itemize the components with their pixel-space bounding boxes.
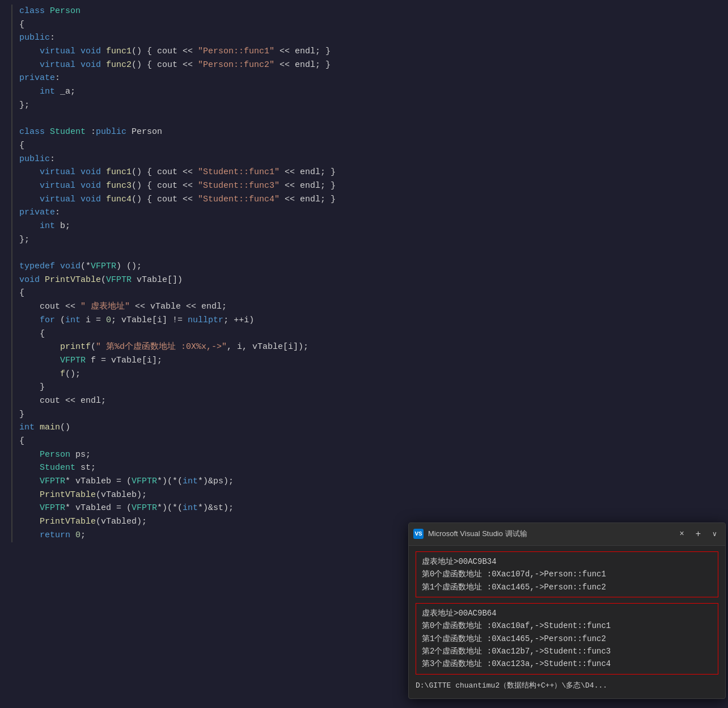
code-line: [7, 112, 728, 126]
gutter-bar: [11, 206, 15, 220]
gutter-bar: [11, 421, 15, 435]
code-token: VFPTR: [60, 354, 86, 368]
code-token: *)(*(: [157, 502, 183, 515]
code-token: ;: [81, 529, 86, 542]
code-token: Student: [50, 125, 86, 139]
gutter-bar: [11, 368, 15, 381]
gutter-bar: [11, 327, 15, 341]
code-token: i =: [81, 314, 106, 327]
code-token: << endl; }: [274, 58, 331, 72]
code-token: func4: [106, 193, 132, 206]
code-line: public:: [7, 153, 728, 166]
code-token: () { cout <<: [132, 193, 198, 206]
code-token: Student: [40, 461, 75, 475]
gutter-bar: [11, 246, 15, 260]
code-token: "Student::func1": [198, 166, 280, 179]
gutter-bar: [11, 273, 15, 287]
gutter-bar: [11, 233, 15, 247]
code-token: main: [40, 421, 60, 435]
debug-window: VS Microsoft Visual Studio 调试输 × + ∨ 虚表地…: [408, 522, 726, 699]
code-token: virtual void: [40, 166, 106, 179]
code-token: func2: [106, 58, 132, 72]
code-token: Person: [126, 125, 162, 139]
code-line: virtual void func2() { cout << "Person::…: [7, 58, 728, 72]
code-token: << endl; }: [274, 45, 331, 58]
gutter-bar: [11, 220, 15, 233]
code-token: {: [40, 327, 45, 341]
code-line: virtual void func3() { cout << "Student:…: [7, 179, 728, 193]
code-line: };: [7, 233, 728, 247]
code-token: (*: [81, 260, 91, 273]
code-token: VFPTR: [132, 475, 157, 488]
code-token: st;: [75, 461, 96, 475]
debug-output-line: 第1个虚函数地址 :0Xac1465,->Person::func2: [422, 633, 712, 645]
debug-chevron-button[interactable]: ∨: [709, 528, 721, 541]
code-line: Student st;: [7, 461, 728, 475]
code-line: virtual void func1() { cout << "Student:…: [7, 166, 728, 179]
code-token: VFPTR: [132, 502, 157, 515]
gutter-bar: [11, 31, 15, 45]
code-token: {: [19, 18, 24, 32]
code-line: f();: [7, 368, 728, 381]
code-token: virtual void: [40, 45, 106, 58]
code-line: virtual void func1() { cout << "Person::…: [7, 45, 728, 58]
code-token: return: [40, 529, 70, 542]
code-token: Person: [50, 5, 81, 18]
code-token: }: [40, 381, 45, 394]
gutter-bar: [11, 435, 15, 448]
code-token: "Person::func2": [198, 58, 274, 72]
debug-close-button[interactable]: ×: [676, 526, 687, 541]
code-container: class Person { public: virtual void func…: [7, 5, 728, 542]
gutter-bar: [11, 300, 15, 314]
gutter-bar: [11, 488, 15, 502]
code-token: int: [65, 314, 81, 327]
gutter-bar: [11, 381, 15, 394]
code-line: typedef void(*VFPTR) ();: [7, 260, 728, 273]
code-token: public: [19, 153, 50, 166]
code-line: {: [7, 286, 728, 300]
code-token: {: [19, 435, 24, 448]
code-token: };: [19, 99, 29, 112]
code-token: func1: [106, 45, 132, 58]
code-token: func3: [106, 179, 132, 193]
code-line: }: [7, 381, 728, 394]
code-token: 0: [75, 529, 81, 542]
code-token: *)&ps);: [198, 475, 234, 488]
debug-plus-button[interactable]: +: [692, 526, 704, 542]
code-line: {: [7, 139, 728, 153]
code-line: class Person: [7, 5, 728, 18]
code-token: << endl; }: [280, 193, 336, 206]
gutter-bar: [11, 461, 15, 475]
gutter-bar: [11, 529, 15, 542]
code-line: cout << " 虚表地址" << vTable << endl;: [7, 300, 728, 314]
code-token: 0: [106, 314, 111, 327]
code-token: _a;: [55, 85, 75, 99]
code-token: void: [19, 273, 45, 287]
debug-output-line: 第3个虚函数地址 :0Xac123a,->Student::func4: [422, 658, 712, 670]
code-token: [35, 421, 40, 435]
code-line: {: [7, 327, 728, 341]
code-token: ) ();: [116, 260, 142, 273]
code-token: public: [19, 31, 50, 45]
gutter-bar: [11, 475, 15, 488]
debug-box-student: 虚表地址>00AC9B64第0个虚函数地址 :0Xac10af,->Studen…: [416, 603, 718, 675]
code-token: :: [86, 125, 96, 139]
code-token: [70, 529, 75, 542]
debug-output-line: 第1个虚函数地址 :0Xac1465,->Person::func2: [422, 581, 712, 593]
code-token: (vTableb);: [96, 488, 147, 502]
code-line: private:: [7, 206, 728, 220]
debug-output-line: 第2个虚函数地址 :0Xac12b7,->Student::func3: [422, 645, 712, 658]
code-line: virtual void func4() { cout << "Student:…: [7, 193, 728, 206]
code-line: for (int i = 0; vTable[i] != nullptr; ++…: [7, 314, 728, 327]
gutter-bar: [11, 125, 15, 139]
code-token: << endl; }: [280, 179, 336, 193]
code-line: VFPTR f = vTable[i];: [7, 354, 728, 368]
debug-path: D:\GITTE chuantimu2（数据结构+C++）\多态\D4...: [416, 680, 718, 692]
code-token: :: [50, 31, 55, 45]
gutter-bar: [11, 408, 15, 422]
code-token: " 第%d个虚函数地址 :0X%x,->": [96, 340, 227, 354]
gutter-bar: [11, 314, 15, 327]
code-token: () { cout <<: [132, 179, 198, 193]
vs-icon: VS: [413, 529, 424, 539]
code-token: private: [19, 206, 55, 220]
